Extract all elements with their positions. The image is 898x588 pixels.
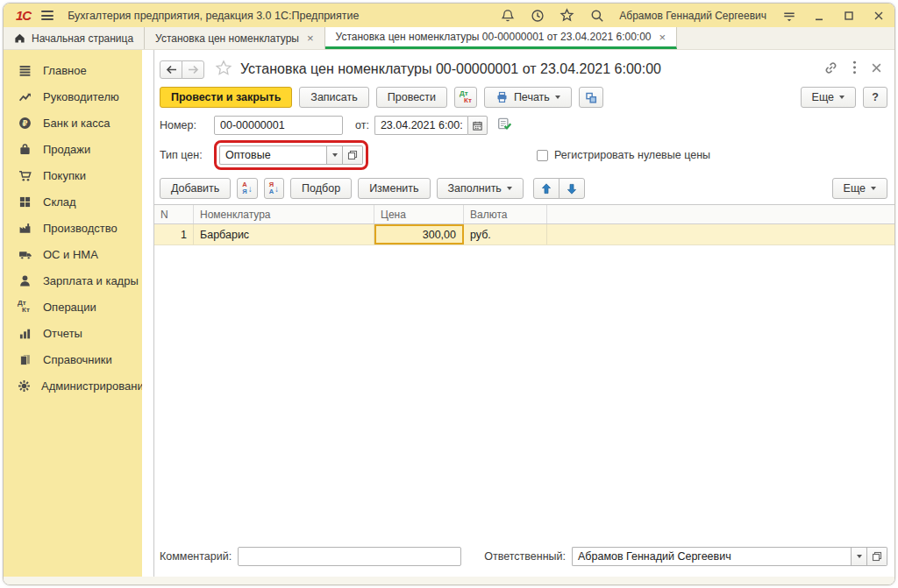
sidebar-item-glavnoe[interactable]: Главное	[4, 57, 142, 83]
sidebar-item-prodazhi[interactable]: Продажи	[4, 136, 142, 162]
sidebar-item-otchety[interactable]: Отчеты	[4, 320, 142, 346]
window-title: Бухгалтерия предприятия, редакция 3.0 1С…	[68, 10, 359, 22]
table-row[interactable]: 1 Барбарис 300,00 руб.	[154, 224, 894, 245]
post-and-close-button[interactable]: Провести и закрыть	[160, 87, 292, 108]
dtkt-icon: ДтКт	[18, 300, 32, 314]
column-header-currency[interactable]: Валюта	[464, 205, 547, 223]
lines-icon	[18, 64, 32, 77]
history-icon[interactable]	[530, 8, 545, 23]
printer-icon	[495, 91, 509, 103]
more-button-table[interactable]: Еще	[832, 178, 887, 199]
dtkt-button[interactable]: ДтКт	[454, 87, 477, 108]
sidebar-item-operacii[interactable]: ДтКт Операции	[4, 294, 142, 320]
based-on-icon	[584, 91, 598, 104]
help-button[interactable]: ?	[863, 87, 887, 108]
dropdown-caret	[507, 187, 512, 190]
sidebar-item-sklad[interactable]: Склад	[4, 188, 142, 215]
home-icon	[14, 32, 25, 44]
truck-icon	[18, 248, 32, 261]
column-header-filler	[547, 205, 894, 223]
responsible-open-button[interactable]	[867, 547, 887, 566]
price-type-open-button[interactable]	[343, 145, 363, 165]
responsible-label: Ответственный:	[484, 550, 566, 563]
get-link-icon[interactable]	[823, 60, 838, 79]
number-input[interactable]	[214, 116, 343, 135]
price-type-combo[interactable]: Оптовые	[219, 145, 363, 165]
price-type-dropdown-button[interactable]	[326, 145, 343, 165]
search-icon[interactable]	[589, 8, 604, 23]
fill-button[interactable]: Заполнить	[437, 178, 524, 199]
close-window-icon[interactable]	[871, 8, 886, 23]
calendar-button[interactable]	[467, 116, 488, 135]
bag-icon	[18, 143, 32, 156]
responsible-dropdown-button[interactable]	[851, 547, 867, 566]
sort-ascending-button[interactable]: АЯ ↓	[237, 178, 257, 199]
sidebar-item-label: Банк и касса	[43, 117, 110, 130]
sidebar-item-administrirovanie[interactable]: Администрирование	[4, 372, 142, 399]
checkbox-box[interactable]	[537, 150, 548, 161]
move-up-button[interactable]	[533, 178, 559, 199]
dropdown-caret	[871, 187, 876, 190]
tab-price-setting-list[interactable]: Установка цен номенклатуры ×	[145, 27, 324, 49]
cell-nomenclature[interactable]: Барбарис	[194, 224, 374, 244]
column-header-nomenclature[interactable]: Номенклатура	[194, 205, 374, 223]
tab-close-icon[interactable]: ×	[659, 31, 666, 44]
sidebar-item-label: Склад	[43, 195, 76, 209]
responsible-value[interactable]: Абрамов Геннадий Сергеевич	[572, 547, 851, 566]
sort-descending-button[interactable]: ЯА ↓	[264, 178, 284, 199]
sidebar-item-zarplata-kadry[interactable]: Зарплата и кадры	[4, 267, 142, 294]
app-window: 1С Бухгалтерия предприятия, редакция 3.0…	[3, 3, 895, 585]
save-button[interactable]: Записать	[299, 87, 368, 108]
main-menu-icon[interactable]	[41, 11, 53, 20]
more-button-top[interactable]: Еще	[801, 87, 856, 108]
register-zero-prices-checkbox[interactable]: Регистрировать нулевые цены	[537, 149, 710, 161]
favorites-star-icon[interactable]	[559, 8, 574, 23]
sidebar-item-rukovoditelyu[interactable]: Руководителю	[4, 83, 142, 110]
edit-button[interactable]: Изменить	[358, 178, 430, 199]
current-user[interactable]: Абрамов Геннадий Сергеевич	[619, 10, 766, 22]
cell-currency[interactable]: руб.	[464, 224, 547, 244]
tab-label: Начальная страница	[32, 32, 133, 45]
sidebar-item-proizvodstvo[interactable]: Производство	[4, 215, 142, 241]
notifications-bell-icon[interactable]	[500, 8, 515, 23]
minimize-icon[interactable]	[811, 8, 826, 23]
tab-price-setting-document[interactable]: Установка цен номенклатуры 00-00000001 о…	[325, 27, 678, 49]
sidebar-item-bank-kassa[interactable]: ₽ Банк и касса	[4, 110, 142, 136]
cell-price-selected[interactable]: 300,00	[374, 224, 464, 244]
tab-home[interactable]: Начальная страница	[4, 27, 145, 49]
dropdown-caret	[839, 96, 845, 99]
tab-close-icon[interactable]: ×	[307, 32, 314, 45]
back-button[interactable]	[160, 60, 182, 79]
forward-button[interactable]	[182, 60, 204, 79]
create-based-on-button[interactable]	[579, 87, 603, 108]
post-button[interactable]: Провести	[376, 87, 447, 108]
move-down-button[interactable]	[559, 178, 585, 199]
favorite-star-icon[interactable]	[215, 60, 232, 80]
sidebar-item-label: Справочники	[43, 353, 112, 366]
close-form-icon[interactable]	[871, 61, 882, 77]
responsible-combo[interactable]: Абрамов Геннадий Сергеевич	[572, 547, 887, 566]
sidebar-item-label: Производство	[43, 222, 118, 235]
more-dots-icon[interactable]	[852, 60, 857, 78]
factory-icon	[18, 222, 32, 235]
cell-n[interactable]: 1	[154, 224, 194, 244]
pick-button[interactable]: Подбор	[290, 178, 352, 199]
sidebar-item-pokupki[interactable]: Покупки	[4, 162, 142, 188]
add-row-button[interactable]: Добавить	[160, 178, 231, 199]
arrow-down-icon	[567, 183, 577, 195]
date-input[interactable]	[374, 116, 467, 135]
column-header-price[interactable]: Цена	[374, 205, 464, 223]
sidebar-item-label: Администрирование	[41, 379, 150, 393]
sidebar-item-os-nma[interactable]: ОС и НМА	[4, 241, 142, 267]
chart-icon	[18, 327, 32, 340]
document-title: Установка цен номенклатуры 00-00000001 о…	[240, 61, 661, 77]
print-button[interactable]: Печать	[484, 87, 572, 108]
comment-input[interactable]	[238, 547, 461, 566]
table-empty-area[interactable]	[154, 245, 894, 543]
service-settings-icon[interactable]	[781, 8, 796, 23]
sidebar-item-spravochniki[interactable]: Справочники	[4, 346, 142, 372]
column-header-n[interactable]: N	[154, 205, 194, 223]
maximize-icon[interactable]	[841, 8, 856, 23]
price-type-value[interactable]: Оптовые	[219, 145, 326, 165]
trend-icon	[18, 90, 32, 103]
